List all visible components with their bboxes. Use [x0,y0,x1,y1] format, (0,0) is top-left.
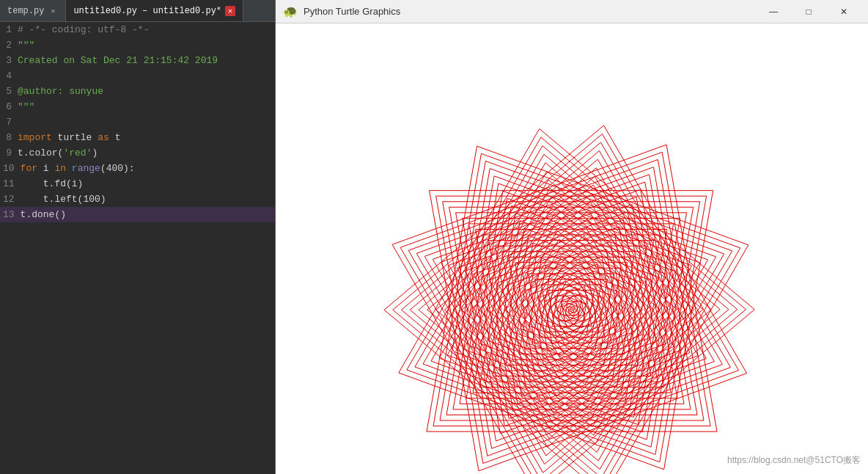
code-line-3: 3 Created on Sat Dec 21 21:15:42 2019 [0,53,275,68]
code-line-1: 1 # -*- coding: utf-8 -*- [0,22,275,37]
line-2-content: """ [18,37,275,53]
code-line-9: 9 t.color('red') [0,145,275,161]
code-line-5: 5 @author: sunyue [0,84,275,99]
line-num-1: 1 [0,22,18,37]
tab-untitled0-close[interactable]: ✕ [225,6,235,16]
line-6-content: """ [18,99,275,114]
line-5-content: @author: sunyue [18,84,275,99]
code-line-7: 7 [0,114,275,130]
turtle-canvas: https://blog.csdn.net@51CTO搬客 [276,23,868,474]
line-num-12: 12 [0,192,21,207]
tab-untitled0-label: untitled0.py – untitled0.py* [73,6,221,16]
line-13-content: t.done() [21,207,275,222]
line-3-content: Created on Sat Dec 21 21:15:42 2019 [18,53,275,68]
code-line-4: 4 [0,68,275,84]
minimize-button[interactable]: — [757,1,790,23]
line-num-2: 2 [0,37,18,53]
code-line-6: 6 """ [0,99,275,114]
tab-bar: temp.py ✕ untitled0.py – untitled0.py* ✕ [0,0,275,22]
tab-untitled0-py[interactable]: untitled0.py – untitled0.py* ✕ [66,0,243,21]
line-num-13: 13 [0,207,21,222]
line-4-content [18,68,275,84]
maximize-button[interactable]: □ [792,1,825,23]
code-line-10: 10 for i in range(400): [0,161,275,176]
code-line-13: 13 t.done() [0,207,275,222]
code-line-8: 8 import turtle as t [0,130,275,145]
code-line-12: 12 t.left(100) [0,192,275,207]
turtle-title-area: 🐢 Python Turtle Graphics [283,4,400,18]
ide-panel: temp.py ✕ untitled0.py – untitled0.py* ✕… [0,0,275,474]
line-12-content: t.left(100) [21,192,275,207]
line-num-11: 11 [0,176,21,192]
code-editor[interactable]: 1 # -*- coding: utf-8 -*- 2 """ 3 Create… [0,22,275,474]
code-line-2: 2 """ [0,37,275,53]
close-button[interactable]: ✕ [827,1,861,23]
line-11-content: t.fd(i) [21,176,275,192]
line-num-5: 5 [0,84,18,99]
code-lines: 1 # -*- coding: utf-8 -*- 2 """ 3 Create… [0,22,275,222]
line-num-8: 8 [0,130,18,145]
tab-temp-py[interactable]: temp.py ✕ [0,0,66,21]
watermark: https://blog.csdn.net@51CTO搬客 [727,454,861,467]
code-line-11: 11 t.fd(i) [0,176,275,192]
turtle-window: 🐢 Python Turtle Graphics — □ ✕ htt [275,0,868,474]
line-num-7: 7 [0,114,18,130]
line-num-3: 3 [0,53,18,68]
line-8-content: import turtle as t [18,130,275,145]
line-10-content: for i in range(400): [21,161,275,176]
turtle-spiral-canvas [276,23,868,474]
turtle-icon: 🐢 [283,4,298,18]
line-9-content: t.color('red') [18,145,275,161]
main-layout: temp.py ✕ untitled0.py – untitled0.py* ✕… [0,0,868,474]
line-num-6: 6 [0,99,18,114]
tab-temp-close[interactable]: ✕ [48,6,58,16]
window-controls: — □ ✕ [757,1,861,23]
line-7-content [18,114,275,130]
turtle-titlebar: 🐢 Python Turtle Graphics — □ ✕ [276,0,868,23]
turtle-window-title: Python Turtle Graphics [304,6,400,17]
line-1-content: # -*- coding: utf-8 -*- [18,22,275,37]
line-num-10: 10 [0,161,21,176]
line-num-4: 4 [0,68,18,84]
tab-temp-label: temp.py [7,6,44,16]
line-num-9: 9 [0,145,18,161]
